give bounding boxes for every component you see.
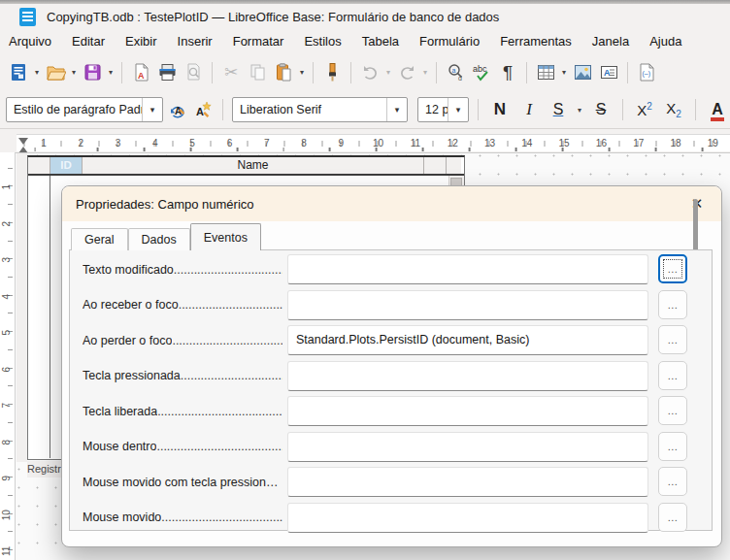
event-macro-field[interactable] — [287, 290, 648, 320]
dialog-tab[interactable]: Geral — [71, 228, 128, 250]
ruler-number: 19 — [694, 135, 730, 152]
ruler-number: 1 — [25, 135, 62, 152]
browse-macro-button[interactable]: ... — [658, 290, 687, 319]
undo-icon[interactable] — [357, 59, 382, 86]
paragraph-style-dropdown-icon[interactable]: ▾ — [142, 98, 162, 121]
new-document-icon[interactable] — [6, 59, 31, 86]
insert-text-box-icon[interactable]: A — [596, 59, 621, 86]
event-macro-field[interactable] — [287, 467, 648, 497]
browse-macro-button[interactable]: ... — [658, 361, 687, 390]
insert-table-dropdown[interactable]: ▾ — [559, 68, 569, 77]
font-name-combo[interactable]: Liberation Serif ▾ — [232, 97, 408, 122]
subscript-button[interactable]: X2 — [661, 96, 686, 123]
underline-dropdown[interactable]: ▾ — [575, 106, 584, 115]
column-header-spare[interactable] — [424, 157, 447, 174]
event-macro-field[interactable]: Standard.Plots.PersistID (document, Basi… — [287, 325, 648, 355]
print-icon[interactable] — [154, 59, 180, 86]
event-macro-field[interactable] — [287, 396, 648, 426]
italic-button[interactable]: I — [516, 96, 542, 123]
menu-item[interactable]: Editar — [72, 34, 105, 49]
clone-formatting-icon[interactable] — [319, 59, 345, 86]
menu-item[interactable]: Ajuda — [649, 34, 681, 49]
open-icon[interactable] — [43, 59, 68, 86]
event-macro-field[interactable] — [287, 503, 648, 533]
menu-item[interactable]: Formulário — [419, 34, 480, 49]
spelling-icon[interactable]: abc — [469, 59, 494, 86]
browse-macro-button[interactable]: ... — [658, 396, 687, 425]
vertical-ruler[interactable]: 1234567891011 — [0, 152, 16, 560]
dialog-tabs: Geral Dados Eventos — [71, 223, 261, 250]
menu-item[interactable]: Ferramentas — [500, 34, 572, 49]
row-selector-header[interactable] — [28, 157, 50, 174]
menu-item[interactable]: Exibir — [125, 34, 157, 49]
event-row: Mouse dentro ... — [70, 432, 712, 462]
browse-macro-button[interactable]: ... — [658, 254, 687, 283]
menu-item[interactable]: Estilos — [304, 34, 341, 49]
dot-leader — [174, 263, 282, 277]
font-size-dropdown-icon[interactable]: ▾ — [448, 98, 468, 121]
copy-icon[interactable] — [245, 59, 270, 86]
font-size-combo[interactable]: 12 pt ▾ — [417, 97, 469, 122]
paste-dropdown[interactable]: ▾ — [297, 68, 307, 77]
print-preview-icon[interactable] — [181, 59, 206, 86]
formatting-marks-icon[interactable]: ¶ — [495, 59, 520, 86]
browse-macro-button[interactable]: ... — [658, 503, 687, 532]
browse-macro-button[interactable]: ... — [658, 467, 687, 496]
redo-dropdown[interactable]: ▾ — [420, 68, 430, 77]
ruler-number: 2 — [62, 135, 99, 152]
superscript-button[interactable]: X2 — [632, 96, 657, 123]
ruler-number: 3 — [0, 253, 25, 267]
ruler-number: 5 — [0, 326, 25, 340]
insert-image-icon[interactable] — [570, 59, 595, 86]
save-icon[interactable] — [80, 59, 105, 86]
new-document-dropdown[interactable]: ▾ — [32, 68, 42, 77]
export-pdf-icon[interactable]: A — [128, 59, 153, 86]
update-style-icon[interactable]: A — [167, 96, 188, 123]
dialog-tab[interactable]: Eventos — [190, 223, 261, 250]
menubar: ArquivoEditarExibirInserirFormatarEstilo… — [0, 29, 730, 53]
paragraph-style-combo[interactable]: Estilo de parágrafo Padrão ▾ — [6, 97, 163, 122]
event-row: Texto modificado ... — [70, 254, 712, 284]
event-macro-field[interactable] — [287, 432, 648, 462]
dialog-titlebar[interactable]: Propriedades: Campo numérico ✕ — [62, 186, 721, 221]
dot-leader — [181, 369, 282, 382]
find-replace-icon[interactable]: ad — [443, 59, 468, 86]
event-row: Mouse movido ... — [70, 503, 712, 533]
save-dropdown[interactable]: ▾ — [106, 68, 116, 77]
browse-macro-button[interactable]: ... — [658, 325, 687, 354]
column-header-id[interactable]: ID — [50, 157, 83, 174]
menu-item[interactable]: Formatar — [233, 34, 284, 49]
insert-field-icon[interactable]: (–) — [634, 59, 659, 86]
event-label: Mouse dentro — [83, 440, 156, 453]
strikethrough-button[interactable]: S — [588, 96, 614, 123]
font-name-dropdown-icon[interactable]: ▾ — [386, 98, 407, 121]
bold-button[interactable]: N — [487, 96, 513, 123]
redo-icon[interactable] — [394, 59, 419, 86]
paste-icon[interactable] — [271, 59, 296, 86]
menu-item[interactable]: Tabela — [362, 34, 399, 49]
dialog-tab[interactable]: Dados — [128, 228, 190, 250]
browse-macro-button[interactable]: ... — [658, 432, 687, 461]
form-design-area[interactable]: ID Name Registr Propriedades: Campo numé… — [0, 152, 730, 560]
open-dropdown[interactable]: ▾ — [69, 68, 79, 77]
insert-table-icon[interactable] — [533, 59, 558, 86]
events-tab-panel: Texto modificado ... Ao receber o foco — [69, 249, 713, 531]
dialog-title: Propriedades: Campo numérico — [76, 197, 686, 212]
menu-item[interactable]: Inserir — [178, 34, 213, 49]
event-label: Ao receber o foco — [83, 298, 179, 312]
event-macro-field[interactable] — [287, 361, 648, 391]
cut-icon[interactable]: ✂ — [218, 59, 244, 86]
new-style-icon[interactable]: A — [192, 96, 214, 123]
menu-item[interactable]: Janela — [592, 34, 629, 49]
undo-dropdown[interactable]: ▾ — [383, 68, 393, 77]
event-macro-field[interactable] — [287, 254, 648, 284]
titlebar: CopyingTB.odb : TestePlotID — LibreOffic… — [0, 4, 730, 29]
ruler-number: 14 — [509, 135, 546, 152]
underline-button[interactable]: S — [546, 96, 571, 123]
column-header-name[interactable]: Name — [83, 157, 424, 174]
menu-item[interactable]: Arquivo — [9, 34, 51, 49]
font-color-button[interactable]: A — [705, 96, 730, 123]
svg-text:abc: abc — [473, 64, 487, 74]
horizontal-ruler[interactable]: 12345678910111213141516171819 — [17, 134, 730, 151]
ruler-number: 11 — [0, 544, 25, 558]
